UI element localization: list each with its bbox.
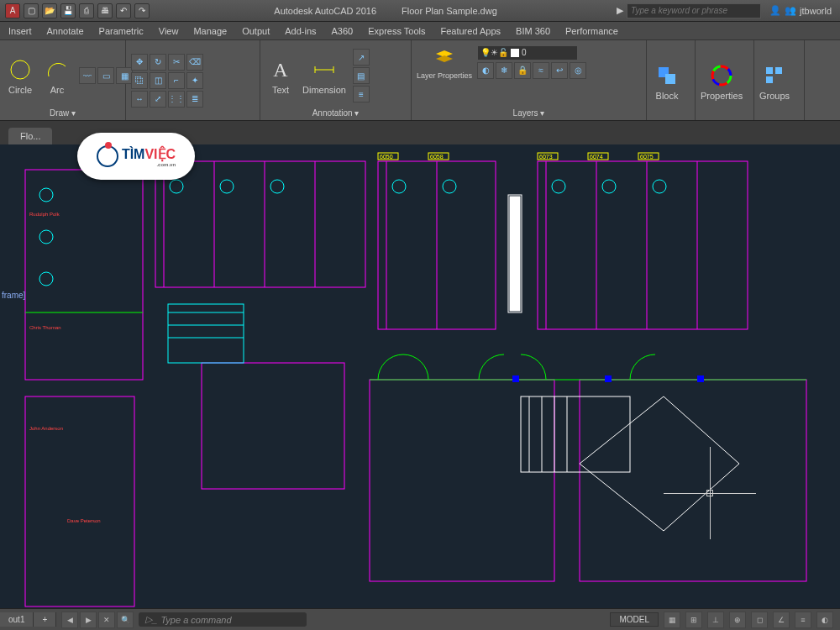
fillet-icon[interactable]: ⌐ (168, 72, 185, 89)
layer-lock-icon[interactable]: 🔒 (514, 62, 531, 79)
nav-right-icon[interactable]: ▶ (80, 612, 97, 628)
polar-toggle-icon[interactable]: ⊕ (729, 612, 746, 628)
nav-close-icon[interactable]: ✕ (98, 612, 115, 628)
snap-toggle-icon[interactable]: ⊞ (685, 612, 702, 628)
arc-button[interactable]: Arc (42, 56, 72, 95)
layer-freeze-icon[interactable]: ❄ (496, 62, 512, 79)
search-input[interactable] (627, 3, 761, 18)
svg-point-37 (270, 180, 284, 193)
leader-icon[interactable]: ↗ (353, 49, 370, 66)
osnap-toggle-icon[interactable]: ◻ (751, 612, 768, 628)
transparency-toggle-icon[interactable]: ◐ (816, 612, 833, 628)
menu-express[interactable]: Express Tools (368, 26, 425, 36)
panel-modify: ✥ ↻ ✂ ⌫ ⿻ ◫ ⌐ ✦ ↔ ⤢ ⋮⋮ ≣ (126, 40, 260, 120)
model-space-button[interactable]: MODEL (610, 612, 659, 627)
new-file-icon[interactable]: ▢ (24, 3, 39, 18)
circle-button[interactable]: Circle (5, 56, 35, 95)
saveas-icon[interactable]: ⎙ (79, 3, 94, 18)
panel-groups: Groups (754, 40, 805, 120)
statusbar: out1 + ◀ ▶ ✕ 🔍 ▷_ Type a command MODEL ▦… (0, 608, 840, 630)
logo-text-1: TÌM (122, 147, 145, 161)
layout-tab[interactable]: out1 (0, 612, 34, 627)
block-button[interactable]: Block (652, 62, 682, 101)
menu-manage[interactable]: Manage (193, 26, 227, 36)
search-glyph-icon: ▶ (617, 5, 623, 16)
menu-a360[interactable]: A360 (332, 26, 354, 36)
logo-icon (97, 145, 118, 167)
dimension-button[interactable]: Dimension (302, 56, 346, 95)
text-icon: A (267, 56, 294, 83)
scale-icon[interactable]: ⤢ (150, 91, 166, 108)
file-name: Floor Plan Sample.dwg (402, 6, 497, 16)
logo-text-2: VIỆC (144, 147, 176, 161)
explode-icon[interactable]: ✦ (186, 72, 203, 89)
polyline-icon[interactable]: 〰 (79, 67, 96, 84)
menu-view[interactable]: View (159, 26, 179, 36)
save-icon[interactable]: 💾 (60, 3, 76, 18)
trim-icon[interactable]: ✂ (168, 54, 185, 71)
document-tab[interactable]: Flo... (8, 128, 52, 144)
mtext-icon[interactable]: ≡ (353, 86, 370, 102)
otrack-toggle-icon[interactable]: ∠ (773, 612, 790, 628)
signin-area[interactable]: 👤 👥 jtbworld (761, 5, 840, 16)
svg-point-40 (552, 180, 565, 193)
table-icon[interactable]: ▤ (353, 67, 370, 84)
arc-icon (44, 56, 71, 83)
svg-point-36 (220, 180, 234, 193)
plot-icon[interactable]: 🖶 (97, 3, 113, 18)
lineweight-toggle-icon[interactable]: ≡ (795, 612, 811, 628)
panel-label-modify[interactable] (131, 117, 255, 118)
grid-toggle-icon[interactable]: ▦ (664, 612, 680, 628)
menu-featured[interactable]: Featured Apps (440, 26, 501, 36)
layer-combo[interactable]: 💡 ☀ 🔓 0 (477, 45, 578, 60)
menu-annotate[interactable]: Annotate (47, 26, 84, 36)
svg-rect-11 (766, 76, 773, 83)
menu-performance[interactable]: Performance (565, 26, 618, 36)
command-line[interactable]: ▷_ Type a command (139, 612, 307, 627)
app-menu-button[interactable]: A (5, 3, 20, 18)
layout-add-button[interactable]: + (34, 612, 56, 627)
groups-icon (761, 62, 788, 89)
menu-bim360[interactable]: BIM 360 (516, 26, 550, 36)
svg-rect-13 (155, 161, 365, 287)
svg-point-33 (39, 230, 53, 244)
redo-icon[interactable]: ↷ (134, 3, 150, 18)
panel-label-draw[interactable]: Draw ▾ (5, 108, 120, 118)
erase-icon[interactable]: ⌫ (186, 54, 203, 71)
layer-off-icon[interactable]: ◐ (477, 62, 494, 79)
cmd-prompt-icon: ▷_ (145, 614, 157, 625)
menu-addins[interactable]: Add-ins (285, 26, 316, 36)
menu-parametric[interactable]: Parametric (99, 26, 144, 36)
drawing-canvas[interactable]: frame] (0, 144, 840, 608)
nav-left-icon[interactable]: ◀ (61, 612, 78, 628)
menu-output[interactable]: Output (242, 26, 270, 36)
array-icon[interactable]: ⋮⋮ (168, 91, 185, 108)
svg-text:6050: 6050 (380, 154, 393, 160)
rotate-icon[interactable]: ↻ (150, 54, 166, 71)
nav-search-icon[interactable]: 🔍 (117, 612, 134, 628)
svg-text:Dave Peterson: Dave Peterson (67, 518, 101, 523)
groups-button[interactable]: Groups (759, 62, 790, 101)
layer-prev-icon[interactable]: ↩ (551, 62, 568, 79)
offset-icon[interactable]: ≣ (186, 91, 203, 108)
svg-rect-66 (697, 375, 704, 382)
copy-icon[interactable]: ⿻ (131, 72, 148, 89)
layer-iso-icon[interactable]: ◎ (570, 62, 586, 79)
layer-properties-button[interactable]: Layer Properties (417, 44, 472, 80)
menu-insert[interactable]: Insert (8, 26, 32, 36)
text-button[interactable]: A Text (265, 56, 296, 95)
stretch-icon[interactable]: ↔ (131, 91, 148, 108)
ortho-toggle-icon[interactable]: ⊥ (707, 612, 724, 628)
panel-label-annotation[interactable]: Annotation ▾ (265, 108, 406, 118)
move-icon[interactable]: ✥ (131, 54, 148, 71)
rectangle-icon[interactable]: ▭ (97, 67, 114, 84)
svg-text:Chris Thoman: Chris Thoman (29, 325, 61, 330)
layer-match-icon[interactable]: ≈ (533, 62, 549, 79)
open-file-icon[interactable]: 📂 (42, 3, 57, 18)
svg-point-41 (602, 180, 616, 193)
undo-icon[interactable]: ↶ (116, 3, 131, 18)
panel-block: Block (647, 40, 696, 120)
mirror-icon[interactable]: ◫ (150, 72, 166, 89)
panel-label-layers[interactable]: Layers ▾ (417, 108, 641, 118)
properties-button[interactable]: Properties (701, 62, 743, 101)
